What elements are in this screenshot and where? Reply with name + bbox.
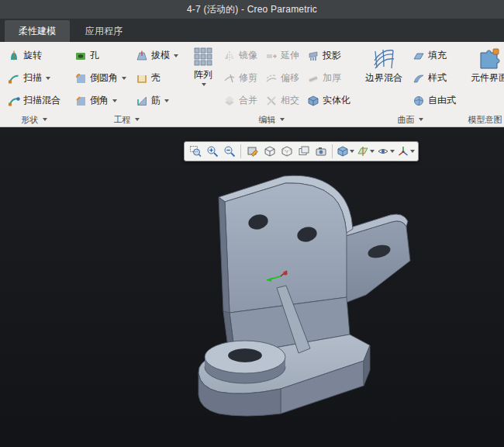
hidden-line-button[interactable] [278, 143, 295, 160]
dropdown-arrow-icon [174, 54, 178, 57]
repaint-icon [247, 145, 259, 158]
component-interface-button[interactable]: 元件界面 [467, 44, 504, 85]
display-style-icon [264, 145, 276, 158]
repaint-button[interactable] [244, 143, 261, 160]
shell-icon [136, 72, 148, 85]
rib-icon [136, 95, 148, 107]
boss-hole[interactable] [228, 348, 262, 362]
trim-button[interactable]: 修剪 [220, 67, 261, 89]
group-label-editing[interactable]: 编辑 [186, 113, 357, 126]
capture-icon [315, 145, 327, 158]
group-label-model-intent[interactable]: 模型意图 [464, 113, 504, 126]
dropdown-arrow-icon [410, 150, 415, 153]
button-label: 扫描混合 [23, 94, 60, 107]
offset-button[interactable]: 偏移 [262, 67, 302, 89]
swept-blend-button[interactable]: 扫描混合 [5, 89, 64, 112]
zoom-in-icon [206, 145, 219, 158]
rib-button[interactable]: 筋 [133, 89, 181, 112]
zoom-out-button[interactable] [221, 143, 237, 160]
hole-button[interactable]: 孔 [71, 44, 129, 67]
button-label: 阵列 [194, 68, 212, 81]
group-label-surfaces[interactable]: 曲面 [358, 113, 462, 126]
boundary-blend-icon [372, 47, 395, 70]
button-label: 筋 [151, 94, 161, 107]
round-button[interactable]: 倒圆角 [71, 67, 129, 89]
ribbon-group-engineering: 孔 倒圆角 倒角 拔模 [68, 43, 185, 126]
saved-views-button[interactable] [295, 143, 312, 160]
button-label: 修剪 [239, 71, 257, 85]
mirror-button[interactable]: 镜像 [220, 44, 261, 67]
shaded-view-button[interactable] [336, 143, 355, 160]
button-label: 延伸 [281, 49, 299, 62]
toolbar-divider [240, 144, 241, 158]
title-bar: 4-7 (活动的) - Creo Parametric [0, 0, 504, 19]
dropdown-arrow-icon [350, 150, 354, 153]
button-label: 相交 [281, 94, 299, 107]
dropdown-arrow-icon [43, 118, 47, 121]
button-label: 镜像 [239, 49, 257, 62]
graphics-area[interactable] [0, 127, 504, 447]
style-button[interactable]: 样式 [409, 67, 459, 89]
dropdown-arrow-icon [122, 77, 126, 80]
dropdown-arrow-icon [46, 77, 50, 80]
datum-display-button[interactable] [356, 143, 375, 160]
chamfer-button[interactable]: 倒角 [71, 89, 129, 112]
button-label: 样式 [428, 71, 447, 85]
solidify-button[interactable]: 实体化 [304, 89, 354, 112]
project-button[interactable]: 投影 [304, 44, 354, 67]
button-label: 倒圆角 [90, 71, 118, 85]
zoom-region-button[interactable] [187, 143, 203, 160]
display-style-button[interactable] [261, 143, 278, 160]
button-label: 合并 [239, 94, 257, 107]
group-label-engineering[interactable]: 工程 [68, 113, 185, 126]
model-boss[interactable] [205, 341, 285, 383]
round-icon [74, 72, 87, 85]
tab-label: 柔性建模 [19, 25, 56, 38]
zoom-in-button[interactable] [204, 143, 220, 160]
draft-button[interactable]: 拔模 [133, 44, 181, 67]
thicken-icon [307, 72, 319, 85]
fill-button[interactable]: 填充 [409, 44, 459, 67]
datum-display-icon [357, 145, 369, 158]
tab-flexible-modeling[interactable]: 柔性建模 [5, 20, 70, 42]
mirror-icon [223, 50, 236, 62]
view-filters-button[interactable] [376, 143, 395, 160]
model-canvas[interactable] [0, 127, 504, 447]
sweep-button[interactable]: 扫描 [5, 67, 64, 89]
style-icon [413, 72, 425, 85]
shell-button[interactable]: 壳 [133, 67, 181, 89]
extend-icon [265, 50, 278, 62]
group-label-shapes[interactable]: 形状 [2, 113, 67, 126]
thicken-button[interactable]: 加厚 [304, 67, 354, 89]
button-label: 投影 [323, 49, 341, 62]
button-label: 孔 [90, 49, 99, 62]
extend-button[interactable]: 延伸 [262, 44, 302, 67]
fill-icon [413, 50, 425, 62]
sweep-icon [8, 72, 20, 85]
revolve-button[interactable]: 旋转 [5, 44, 64, 67]
model-right-flange[interactable] [346, 214, 410, 303]
pattern-button[interactable]: 阵列 [189, 44, 217, 86]
merge-button[interactable]: 合并 [220, 89, 261, 112]
dropdown-arrow-icon [135, 118, 140, 121]
freestyle-button[interactable]: 自由式 [409, 89, 459, 112]
chamfer-icon [74, 95, 87, 107]
saved-views-icon [298, 145, 310, 158]
ribbon-group-editing: 阵列 镜像 延伸 投影 修剪 [186, 43, 357, 126]
button-label: 实体化 [323, 94, 350, 107]
dragger-3d-button[interactable] [396, 143, 416, 160]
intersect-button[interactable]: 相交 [262, 89, 302, 112]
component-interface-icon [478, 47, 501, 70]
tab-applications[interactable]: 应用程序 [71, 20, 136, 42]
shaded-view-icon [337, 145, 349, 158]
capture-button[interactable] [312, 143, 329, 160]
button-label: 加厚 [323, 71, 341, 85]
button-label: 壳 [151, 71, 161, 85]
pattern-icon [193, 47, 213, 67]
project-icon [307, 50, 319, 62]
dropdown-arrow-icon [390, 150, 395, 153]
tab-label: 应用程序 [85, 25, 123, 38]
toolbar-divider [332, 144, 333, 158]
boundary-blend-button[interactable]: 边界混合 [361, 44, 406, 85]
ribbon-group-surfaces: 边界混合 填充 样式 自由式 曲面 [358, 43, 462, 126]
